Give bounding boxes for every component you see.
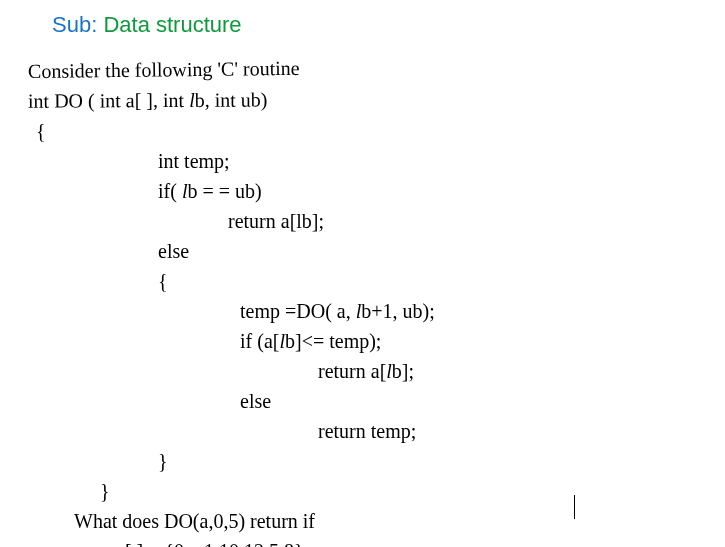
intro-line: Consider the following 'C' routine <box>28 48 697 86</box>
return-stmt-3: return temp; <box>318 416 697 446</box>
array-definition: a[ ] = {0, –1,10,12,5,8}; <box>116 536 697 547</box>
subject-header: Sub: Data structure <box>52 12 697 38</box>
if-condition: if( lb = = ub) <box>158 176 697 206</box>
declaration: int temp; <box>158 146 697 176</box>
brace-close: } <box>100 476 697 506</box>
else-keyword-1: else <box>158 236 697 266</box>
problem-content: Consider the following 'C' routine int D… <box>28 52 697 547</box>
sub-value: Data structure <box>103 12 241 37</box>
else-keyword-2: else <box>240 386 697 416</box>
question-text: What does DO(a,0,5) return if <box>74 506 697 536</box>
return-stmt-1: return a[lb]; <box>228 206 697 236</box>
text-cursor <box>574 495 576 519</box>
brace-open-2: { <box>158 266 697 296</box>
sub-label: Sub: <box>52 12 97 37</box>
brace-open: { <box>36 116 697 146</box>
temp-assignment: temp =DO( a, lb+1, ub); <box>240 296 697 326</box>
brace-close-2: } <box>158 446 697 476</box>
function-signature: int DO ( int a[ ], int lb, int ub) <box>28 82 697 116</box>
if-condition-2: if (a[lb]<= temp); <box>240 326 697 356</box>
return-stmt-2: return a[lb]; <box>318 356 697 386</box>
